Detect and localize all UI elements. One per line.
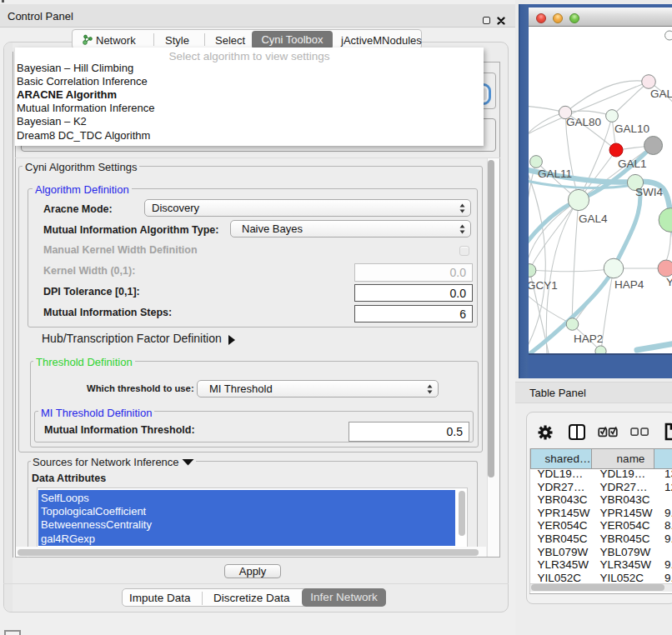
svg-text:GAL11: GAL11 (538, 168, 572, 180)
svg-text:GAL4: GAL4 (579, 212, 608, 225)
svg-text:GAL10: GAL10 (614, 122, 649, 135)
svg-text:GAL7: GAL7 (650, 88, 672, 100)
svg-text:GAL1: GAL1 (618, 158, 647, 170)
svg-text:GCY1: GCY1 (529, 279, 558, 292)
svg-text:HAP4: HAP4 (614, 278, 644, 291)
svg-text:HAP2: HAP2 (574, 332, 603, 345)
svg-text:YM: YM (666, 276, 672, 288)
svg-text:GAL80: GAL80 (566, 116, 601, 128)
svg-text:SWI4: SWI4 (635, 186, 663, 198)
